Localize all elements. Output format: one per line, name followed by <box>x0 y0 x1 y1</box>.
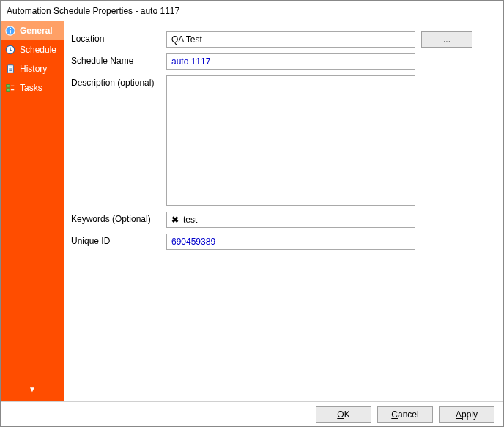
location-input[interactable] <box>166 31 415 48</box>
keyword-text: test <box>183 215 197 225</box>
row-keywords: Keywords (Optional) ✖ test <box>71 212 494 228</box>
cancel-rest: ancel <box>398 409 419 420</box>
window-title: Automation Schedule Properties - auto 11… <box>1 1 503 21</box>
description-label: Description (optional) <box>71 75 166 88</box>
chevron-down-icon: ▼ <box>29 385 36 393</box>
sidebar-expand-arrow[interactable]: ▼ <box>1 379 64 402</box>
cancel-button[interactable]: Cancel <box>377 406 433 423</box>
apply-rest: pply <box>462 409 478 420</box>
svg-point-2 <box>10 28 11 29</box>
sidebar-item-tasks[interactable]: Tasks <box>1 78 64 97</box>
description-textarea[interactable] <box>166 75 415 206</box>
content-panel: Location ... Schedule Name Description (… <box>64 21 503 402</box>
info-icon <box>5 26 15 36</box>
svg-rect-1 <box>10 30 11 33</box>
schedule-name-label: Schedule Name <box>71 53 166 66</box>
row-location: Location ... <box>71 31 494 48</box>
browse-button[interactable]: ... <box>421 31 472 48</box>
keywords-input[interactable]: ✖ test <box>166 212 415 228</box>
ok-rest: K <box>344 409 350 420</box>
sidebar: General Schedule History Tasks ▼ <box>1 21 64 402</box>
sidebar-item-label: General <box>20 26 53 36</box>
sidebar-item-history[interactable]: History <box>1 59 64 78</box>
sidebar-item-label: Tasks <box>20 83 42 93</box>
main-area: General Schedule History Tasks ▼ Locat <box>1 21 503 402</box>
unique-id-input[interactable] <box>166 234 415 250</box>
row-unique-id: Unique ID <box>71 234 494 250</box>
tasks-icon <box>5 83 15 93</box>
sidebar-item-label: Schedule <box>20 45 56 55</box>
ok-button[interactable]: OK <box>316 406 371 423</box>
keywords-label: Keywords (Optional) <box>71 212 166 224</box>
unique-id-label: Unique ID <box>71 234 166 246</box>
svg-rect-10 <box>7 85 10 88</box>
sidebar-item-schedule[interactable]: Schedule <box>1 40 64 59</box>
keyword-remove-icon[interactable]: ✖ <box>170 215 180 225</box>
svg-rect-11 <box>7 89 10 92</box>
sidebar-item-general[interactable]: General <box>1 21 64 40</box>
clock-icon <box>5 45 15 55</box>
row-description: Description (optional) <box>71 75 494 206</box>
footer: OK Cancel Apply <box>1 401 503 426</box>
apply-button[interactable]: Apply <box>439 406 494 423</box>
row-schedule-name: Schedule Name <box>71 53 494 70</box>
schedule-name-input[interactable] <box>166 53 415 70</box>
history-icon <box>5 64 15 74</box>
sidebar-item-label: History <box>20 64 47 74</box>
sidebar-spacer <box>1 97 64 379</box>
location-label: Location <box>71 31 166 44</box>
